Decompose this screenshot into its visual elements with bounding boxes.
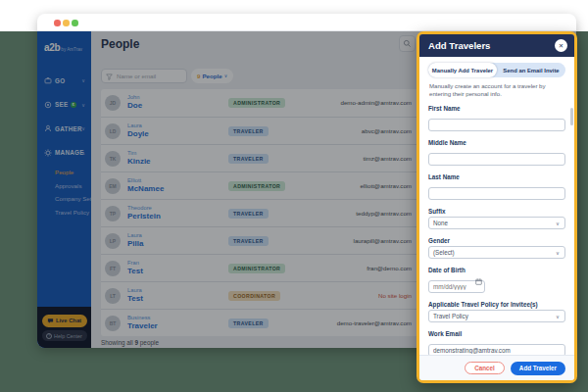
tab-send-email-invite[interactable]: Send an Email Invite <box>497 63 565 77</box>
avatar: EM <box>105 178 121 194</box>
role-badge: TRAVELER <box>228 318 269 328</box>
role-badge: TRAVELER <box>228 126 269 136</box>
tab-manually-add-traveler[interactable]: Manually Add Traveler <box>428 63 497 77</box>
person-email: No site login <box>378 292 412 299</box>
search-input[interactable] <box>117 70 185 82</box>
cancel-button[interactable]: Cancel <box>465 362 505 374</box>
role-badge: ADMINISTRATOR <box>228 181 285 191</box>
question-icon: ? <box>46 333 52 339</box>
avatar: JD <box>105 95 121 111</box>
person-email: demo-traveler@amtrav.com <box>337 319 412 326</box>
suffix-value: None <box>433 220 448 226</box>
help-center-label: Help Center <box>54 333 82 339</box>
panel-title: Add Travelers <box>428 40 490 51</box>
people-filter-dropdown[interactable]: 9 People ∨ <box>191 69 233 83</box>
sidebar-item-travel-policy[interactable]: Travel Policy <box>55 206 91 220</box>
person-last-name: Test <box>127 294 143 304</box>
person-last-name: McNamee <box>127 184 164 194</box>
middle-name-field[interactable] <box>428 153 565 166</box>
role-badge: TRAVELER <box>228 154 269 164</box>
sidebar-item-approvals[interactable]: Approvals <box>55 179 91 193</box>
chevron-down-icon: ∨ <box>81 125 85 131</box>
gear-icon <box>44 149 52 157</box>
manage-submenu: People Approvals Company Settings Travel… <box>37 165 91 222</box>
last-name-field[interactable] <box>428 187 565 200</box>
avatar: FT <box>105 261 121 276</box>
sidebar-item-label: SEE <box>55 101 69 108</box>
table-footer: Showing all 9 people <box>101 339 159 346</box>
app-logo: a2bby AmTrav <box>37 31 91 55</box>
calendar-icon <box>475 278 482 285</box>
role-badge: TRAVELER <box>228 209 269 219</box>
person-first-name: Fran <box>127 260 143 267</box>
people-icon <box>44 124 52 132</box>
avatar: BT <box>105 316 121 331</box>
first-name-field[interactable] <box>428 119 565 131</box>
travel-policy-value: Travel Policy <box>433 313 468 319</box>
person-email: timz@amtrav.com <box>364 155 412 162</box>
chevron-up-icon: ∧ <box>81 150 85 156</box>
sidebar-item-label: GATHER <box>55 125 82 132</box>
header-search-button[interactable] <box>399 35 416 52</box>
gender-label: Gender <box>428 237 565 244</box>
sidebar: a2bby AmTrav GO ∨ SEE <box>37 31 91 348</box>
suffix-select[interactable]: None ∨ <box>428 217 565 229</box>
sidebar-item-manage[interactable]: MANAGE ∧ <box>37 141 91 166</box>
add-travelers-panel: Add Travelers ✕ Manually Add Traveler Se… <box>416 31 577 383</box>
credits-badge: $ <box>71 102 77 109</box>
close-icon: ✕ <box>559 42 564 50</box>
panel-scrollbar[interactable] <box>570 108 573 125</box>
panel-body: Manually Add Traveler Send an Email Invi… <box>419 57 574 355</box>
person-last-name: Doe <box>127 101 142 111</box>
maximize-window-button[interactable] <box>72 20 78 26</box>
person-first-name: Tim <box>127 150 151 157</box>
gender-value: (Select) <box>433 249 455 256</box>
person-first-name: Elliott <box>127 177 164 184</box>
filter-icon <box>106 74 113 80</box>
avatar: TP <box>105 206 121 221</box>
sidebar-item-label: MANAGE <box>55 149 84 156</box>
avatar: TK <box>105 151 121 167</box>
person-email: abvc@amtrav.com <box>362 127 412 134</box>
avatar: LT <box>105 288 121 304</box>
first-name-label: First Name <box>428 105 565 112</box>
people-filter-label: People <box>202 73 221 79</box>
sidebar-item-gather[interactable]: GATHER ∨ <box>37 117 91 141</box>
close-panel-button[interactable]: ✕ <box>555 39 567 52</box>
person-first-name: Laura <box>127 287 143 294</box>
sidebar-item-see[interactable]: SEE $ ∨ <box>37 93 91 118</box>
person-first-name: Business <box>127 315 158 321</box>
close-window-button[interactable] <box>54 20 61 26</box>
panel-tabs: Manually Add Traveler Send an Email Invi… <box>428 63 565 77</box>
sidebar-item-company-settings[interactable]: Company Settings <box>55 192 91 206</box>
last-name-label: Last Name <box>428 173 565 180</box>
panel-footer: Cancel Add Traveler <box>419 355 574 380</box>
add-traveler-button[interactable]: Add Traveler <box>511 362 565 375</box>
live-chat-button[interactable]: Live Chat <box>42 315 87 327</box>
minimize-window-button[interactable] <box>63 20 70 26</box>
live-chat-label: Live Chat <box>56 318 81 323</box>
help-center-button[interactable]: ? Help Center <box>42 330 87 341</box>
chevron-down-icon: ∨ <box>81 102 85 108</box>
logo-suffix: by AmTrav <box>61 47 82 52</box>
role-badge: ADMINISTRATOR <box>228 98 285 108</box>
sidebar-footer: Live Chat ? Help Center <box>37 307 91 348</box>
sidebar-item-people[interactable]: People <box>55 166 91 179</box>
search-icon <box>403 39 412 48</box>
work-email-field[interactable] <box>428 344 565 355</box>
role-badge: TRAVELER <box>228 236 269 246</box>
chevron-down-icon: ∨ <box>556 220 560 226</box>
gender-select[interactable]: (Select) ∨ <box>428 246 565 259</box>
travel-policy-label: Applicable Travel Policy for Invitee(s) <box>428 301 565 308</box>
chevron-down-icon: ∨ <box>224 74 227 78</box>
person-last-name: Doyle <box>127 129 149 139</box>
person-email: teddyp@amtrav.com <box>356 210 412 217</box>
person-first-name: Theodore <box>127 205 161 212</box>
sidebar-item-go[interactable]: GO ∨ <box>37 69 91 93</box>
travel-policy-select[interactable]: Travel Policy ∨ <box>428 310 565 322</box>
screenshot-canvas: a2bby AmTrav GO ∨ SEE <box>0 0 588 392</box>
people-count: 9 <box>197 73 200 79</box>
chevron-down-icon: ∨ <box>556 314 560 319</box>
chevron-down-icon: ∨ <box>556 250 560 256</box>
person-first-name: Laura <box>127 232 143 239</box>
